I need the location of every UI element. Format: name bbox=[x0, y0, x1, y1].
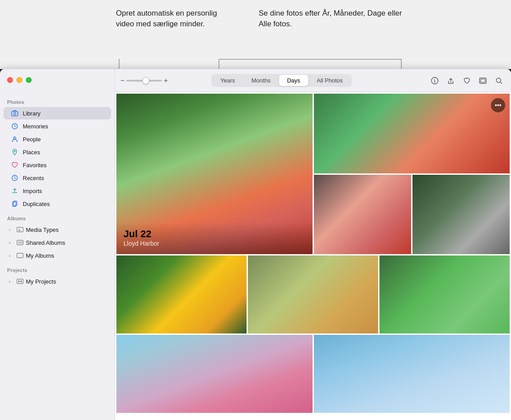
tooltip-right-text: Se dine fotos efter År, Måneder, Dage el… bbox=[259, 9, 402, 28]
photo-row3-1[interactable] bbox=[116, 335, 313, 413]
svg-rect-17 bbox=[481, 79, 485, 82]
duplicates-icon bbox=[11, 200, 19, 208]
memories-icon bbox=[11, 122, 19, 130]
shared-albums-label: Shared Albums bbox=[26, 239, 65, 246]
tooltip-right: Se dine fotos efter År, Måneder, Dage el… bbox=[218, 8, 406, 29]
photo-bottom-right-2[interactable] bbox=[412, 175, 510, 255]
zoom-thumb[interactable] bbox=[142, 77, 149, 84]
close-button[interactable] bbox=[7, 77, 13, 83]
tab-group: Years Months Days All Photos bbox=[211, 74, 352, 87]
callout-line-tabs-top bbox=[218, 59, 401, 60]
svg-rect-8 bbox=[17, 227, 23, 232]
svg-rect-11 bbox=[17, 253, 23, 258]
svg-point-3 bbox=[14, 137, 16, 139]
svg-point-1 bbox=[14, 113, 16, 115]
more-button[interactable]: ••• bbox=[491, 98, 505, 112]
svg-point-18 bbox=[496, 78, 501, 82]
tab-all-photos[interactable]: All Photos bbox=[309, 75, 351, 86]
zoom-out-button[interactable]: − bbox=[120, 77, 124, 85]
search-button[interactable] bbox=[492, 74, 506, 87]
photo-row3-2[interactable] bbox=[314, 335, 510, 413]
photo-row2-3[interactable] bbox=[379, 255, 510, 334]
svg-rect-14 bbox=[21, 280, 22, 282]
sidebar-item-duplicates[interactable]: Duplicates bbox=[4, 198, 111, 210]
minimize-button[interactable] bbox=[16, 77, 22, 83]
sidebar-item-favorites[interactable]: Favorites bbox=[4, 159, 111, 171]
mosaic-row3 bbox=[116, 335, 510, 413]
slideshow-button[interactable] bbox=[476, 74, 490, 87]
expand-arrow-shared: › bbox=[9, 240, 14, 245]
favorites-icon bbox=[11, 161, 19, 169]
main-content: − + Years Months Days All Photos bbox=[115, 69, 511, 420]
share-button[interactable] bbox=[444, 74, 457, 87]
people-icon bbox=[11, 135, 19, 143]
people-label: People bbox=[23, 136, 41, 143]
zoom-control: − + bbox=[120, 77, 168, 85]
tab-months[interactable]: Months bbox=[243, 75, 279, 86]
library-label: Library bbox=[23, 110, 41, 117]
tab-days[interactable]: Days bbox=[279, 75, 309, 86]
svg-rect-13 bbox=[18, 280, 20, 282]
callout-line-memories bbox=[119, 59, 120, 69]
sidebar-item-recents[interactable]: Recents bbox=[4, 172, 111, 184]
imports-label: Imports bbox=[23, 188, 42, 194]
recents-label: Recents bbox=[23, 175, 44, 181]
sidebar: Photos Library bbox=[0, 69, 115, 420]
sidebar-item-media-types[interactable]: › Media Types bbox=[4, 223, 111, 236]
sidebar-item-memories[interactable]: Memories bbox=[4, 120, 111, 132]
sidebar-content: Photos Library bbox=[0, 91, 115, 420]
sidebar-item-people[interactable]: People bbox=[4, 133, 111, 145]
duplicates-label: Duplicates bbox=[23, 201, 50, 207]
memories-label: Memories bbox=[23, 123, 48, 130]
photo-row2-2[interactable] bbox=[248, 255, 378, 334]
app-window: Photos Library bbox=[0, 69, 511, 420]
imports-icon bbox=[11, 187, 19, 195]
heart-button[interactable] bbox=[460, 74, 474, 87]
sidebar-item-places[interactable]: Places bbox=[4, 146, 111, 158]
sidebar-item-library[interactable]: Library bbox=[4, 107, 111, 119]
photo-row2-1[interactable] bbox=[116, 255, 247, 334]
photos-container[interactable]: Jul 22 Lloyd Harbor ••• bbox=[115, 92, 511, 420]
expand-arrow-media-types: › bbox=[9, 227, 14, 232]
my-albums-icon bbox=[16, 251, 24, 259]
expand-arrow-my-albums: › bbox=[9, 253, 14, 258]
sidebar-item-imports[interactable]: Imports bbox=[4, 185, 111, 197]
photo-overlay: Jul 22 Lloyd Harbor bbox=[116, 222, 313, 254]
favorites-label: Favorites bbox=[23, 162, 46, 169]
recents-icon bbox=[11, 174, 19, 182]
my-projects-icon bbox=[16, 277, 24, 285]
toolbar: − + Years Months Days All Photos bbox=[115, 69, 511, 92]
svg-rect-0 bbox=[12, 111, 18, 116]
sidebar-item-shared-albums[interactable]: › Shared Albums bbox=[4, 236, 111, 249]
mosaic-row2 bbox=[116, 255, 510, 334]
svg-point-10 bbox=[19, 242, 20, 243]
tab-years[interactable]: Years bbox=[212, 75, 243, 86]
zoom-slider[interactable] bbox=[126, 80, 162, 82]
sidebar-item-my-projects[interactable]: › My Projects bbox=[4, 275, 111, 288]
zoom-in-button[interactable]: + bbox=[164, 77, 168, 85]
titlebar bbox=[0, 69, 115, 91]
media-types-label: Media Types bbox=[26, 226, 58, 233]
svg-point-4 bbox=[14, 151, 16, 152]
photos-section-label: Photos bbox=[0, 94, 115, 107]
photo-hero[interactable]: Jul 22 Lloyd Harbor bbox=[116, 94, 313, 254]
albums-section-label: Albums bbox=[0, 210, 115, 223]
photo-top-right[interactable]: ••• bbox=[314, 94, 510, 173]
my-projects-label: My Projects bbox=[26, 278, 56, 285]
photo-mosaic: Jul 22 Lloyd Harbor ••• bbox=[115, 92, 511, 414]
photo-location: Lloyd Harbor bbox=[124, 240, 305, 247]
tooltip-area: Opret automatisk en personlig video med … bbox=[0, 0, 511, 69]
callout-line-tabs-right bbox=[401, 59, 402, 69]
info-button[interactable] bbox=[428, 74, 441, 87]
sidebar-item-my-albums[interactable]: › My Albums bbox=[4, 249, 111, 262]
mosaic-bottom-right bbox=[314, 175, 510, 255]
places-label: Places bbox=[23, 149, 40, 156]
fullscreen-button[interactable] bbox=[26, 77, 32, 83]
places-icon bbox=[11, 148, 19, 156]
svg-rect-12 bbox=[17, 279, 23, 284]
mosaic-row1: Jul 22 Lloyd Harbor ••• bbox=[116, 94, 510, 254]
tooltip-left-text: Opret automatisk en personlig video med … bbox=[116, 9, 217, 28]
shared-albums-icon bbox=[16, 239, 24, 247]
photo-bottom-right-1[interactable] bbox=[314, 175, 411, 255]
more-icon: ••• bbox=[495, 102, 502, 109]
